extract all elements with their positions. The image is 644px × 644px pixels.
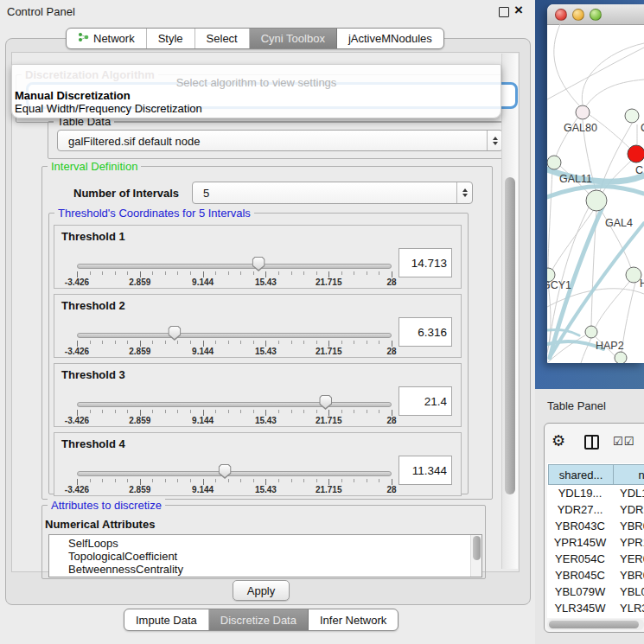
stepper-icon[interactable] (487, 131, 502, 150)
float-window-icon[interactable] (499, 7, 509, 17)
tab-discretize-data[interactable]: Discretize Data (209, 609, 309, 630)
threshold-4-slider[interactable]: -3.4262.8599.14415.4321.71528 (77, 466, 392, 495)
zoom-traffic-light[interactable] (590, 9, 602, 21)
slider-track[interactable] (77, 264, 392, 269)
table-panel-window: ⚙ ☑☑ shared... n YDL19...YDL1 YDR27...YD… (544, 423, 644, 633)
table-row[interactable]: YLR345WYLR3 (547, 602, 644, 618)
node-label: HAP2 (596, 340, 624, 352)
intervals-value: 5 (203, 187, 209, 200)
threshold-1-value-input[interactable] (399, 248, 452, 277)
slider-thumb[interactable] (168, 326, 181, 341)
scrollbar-thumb[interactable] (549, 621, 639, 628)
slider-thumb[interactable] (252, 257, 265, 271)
numerical-attributes-label: Numerical Attributes (45, 518, 155, 531)
number-of-intervals-combobox[interactable]: 5 (192, 182, 473, 204)
list-item[interactable]: BetweennessCentrality (49, 563, 481, 576)
group-title: Threshold's Coordinates for 5 Intervals (54, 207, 254, 220)
tab-jactivemnodules[interactable]: jActiveMNodules (337, 29, 443, 48)
network-node[interactable] (615, 352, 627, 363)
slider-track[interactable] (77, 471, 392, 476)
network-node[interactable] (547, 156, 561, 169)
slider-thumb[interactable] (219, 464, 232, 479)
table-row[interactable]: YER054CYER0 (547, 552, 644, 569)
algorithm-placeholder: Select algorithm to view settings (12, 76, 501, 89)
network-view-window: GAL80 G C GAL11 GAL4 GCY1 H HAP2 (547, 4, 644, 363)
threshold-1-panel: Threshold 1 -3.4262.8599.14415.4321.7152… (54, 225, 462, 289)
group-title: Attributes to discretize (48, 499, 165, 512)
algorithm-dropdown-popup: Select algorithm to view settings Manual… (11, 64, 501, 118)
gear-icon[interactable]: ⚙ (552, 433, 565, 449)
table-data-value: galFiltered.sif default node (68, 134, 200, 147)
threshold-2-value-input[interactable] (399, 317, 452, 347)
slider-track[interactable] (77, 402, 392, 407)
table-row[interactable]: YBR045CYBR0 (547, 569, 644, 585)
minimize-traffic-light[interactable] (572, 9, 584, 21)
node-table: shared... n YDL19...YDL1 YDR27...YDR2 YB… (547, 463, 644, 618)
table-row[interactable]: YDL19...YDL1 (547, 487, 644, 503)
attributes-listbox: SelfLoops TopologicalCoefficient Between… (48, 534, 482, 577)
node-label: GAL11 (559, 173, 592, 185)
close-icon[interactable]: × (514, 2, 523, 19)
tab-cyni-toolbox[interactable]: Cyni Toolbox (250, 29, 337, 48)
table-data-combobox[interactable]: galFiltered.sif default node (57, 130, 503, 151)
list-item[interactable]: SelfLoops (49, 535, 481, 550)
list-item[interactable]: TopologicalCoefficient (49, 550, 481, 563)
close-traffic-light[interactable] (555, 9, 567, 21)
slider-thumb[interactable] (319, 395, 332, 410)
node-label: C (635, 164, 643, 176)
table-row[interactable]: YPR145WYPR1 (547, 536, 644, 552)
top-tab-bar: Network Style Select Cyni Toolbox jActiv… (66, 28, 444, 49)
threshold-2-panel: Threshold 2 -3.4262.8599.14415.4321.7152… (54, 294, 462, 358)
tab-network[interactable]: Network (67, 29, 147, 48)
threshold-label: Threshold 2 (61, 299, 125, 312)
threshold-3-value-input[interactable] (399, 386, 452, 416)
tab-style[interactable]: Style (147, 29, 195, 48)
network-node[interactable] (586, 190, 607, 211)
tab-label: Network (93, 32, 135, 45)
table-panel-title: Table Panel (547, 399, 606, 412)
threshold-label: Threshold 4 (61, 437, 125, 450)
node-label: H (640, 277, 644, 290)
column-header-shared-name[interactable]: shared... (548, 464, 614, 485)
threshold-4-panel: Threshold 4 -3.4262.8599.14415.4321.7152… (54, 432, 462, 496)
table-row[interactable]: YDR27...YDR2 (547, 503, 644, 520)
threshold-3-slider[interactable]: -3.4262.8599.14415.4321.71528 (77, 397, 392, 426)
columns-icon[interactable] (584, 435, 599, 450)
table-row[interactable]: YBL079WYBL0 (547, 585, 644, 602)
threshold-3-panel: Threshold 3 -3.4262.8599.14415.4321.7152… (54, 363, 462, 427)
node-label: GCY1 (547, 279, 571, 291)
scrollbar-thumb[interactable] (505, 177, 515, 494)
threshold-4-value-input[interactable] (399, 456, 452, 485)
panel-scrollbar[interactable] (501, 54, 518, 569)
algorithm-option-manual[interactable]: Manual Discretization (15, 89, 131, 102)
bottom-tab-bar: Impute Data Discretize Data Infer Networ… (124, 609, 399, 631)
threshold-label: Threshold 1 (61, 230, 125, 243)
tab-select[interactable]: Select (195, 29, 250, 48)
select-columns-icon[interactable]: ☑☑ (613, 435, 634, 448)
threshold-1-slider[interactable]: -3.4262.8599.14415.4321.71528 (77, 258, 392, 288)
panel-title: Control Panel (7, 5, 75, 18)
apply-button[interactable]: Apply (233, 580, 290, 601)
table-row[interactable]: YBR043CYBR0 (547, 520, 644, 536)
algorithm-option-equal-width[interactable]: Equal Width/Frequency Discretization (15, 102, 202, 115)
column-header-name[interactable]: n (613, 464, 644, 485)
network-node[interactable] (628, 145, 644, 163)
network-node[interactable] (625, 109, 639, 123)
threshold-2-slider[interactable]: -3.4262.8599.14415.4321.71528 (77, 328, 392, 357)
table-horizontal-scrollbar[interactable] (547, 619, 644, 630)
tab-impute-data[interactable]: Impute Data (124, 609, 209, 630)
network-node[interactable] (585, 326, 597, 338)
threshold-label: Threshold 3 (61, 368, 125, 381)
node-label: GAL80 (564, 122, 597, 134)
list-scrollbar[interactable] (470, 535, 481, 577)
node-label: G (641, 122, 644, 134)
tab-infer-network[interactable]: Infer Network (309, 609, 398, 630)
window-titlebar[interactable] (547, 4, 644, 25)
network-node[interactable] (576, 105, 590, 119)
screen: Control Panel × Network Style Select Cyn… (0, 0, 644, 644)
stepper-icon[interactable] (456, 182, 472, 203)
slider-track[interactable] (77, 333, 392, 338)
group-title: Interval Definition (48, 160, 141, 173)
network-canvas[interactable]: GAL80 G C GAL11 GAL4 GCY1 H HAP2 (547, 24, 644, 363)
network-icon (78, 32, 89, 45)
